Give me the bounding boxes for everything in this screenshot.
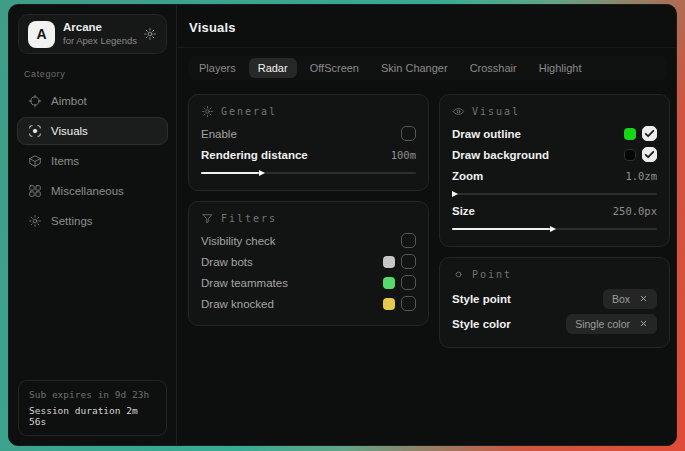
brand-card: A Arcane for Apex Legends <box>18 14 167 54</box>
style-color-label: Style color <box>452 318 511 330</box>
size-slider[interactable] <box>452 228 657 230</box>
zoom-row: Zoom 1.0zm <box>452 165 657 186</box>
main-panel: Visuals Players Radar OffScreen Skin Cha… <box>177 5 676 445</box>
size-label: Size <box>452 205 475 217</box>
sidebar-item-settings[interactable]: Settings <box>17 207 168 235</box>
draw-background-checkbox[interactable] <box>642 147 657 162</box>
draw-background-color-swatch[interactable] <box>624 149 636 161</box>
close-icon[interactable] <box>639 319 648 328</box>
sub-expires-text: Sub expires in 9d 23h <box>29 389 156 400</box>
rendering-distance-slider[interactable] <box>201 172 416 174</box>
enable-row: Enable <box>201 123 416 144</box>
tab-players[interactable]: Players <box>190 58 245 78</box>
point-card-header: Point <box>452 268 657 281</box>
style-color-value: Single color <box>575 318 630 330</box>
draw-knocked-row: Draw knocked <box>201 293 416 314</box>
sidebar-item-label: Aimbot <box>51 95 87 107</box>
eye-scan-icon <box>28 124 42 138</box>
sidebar-item-items[interactable]: Items <box>17 147 168 175</box>
close-icon[interactable] <box>639 294 648 303</box>
draw-outline-checkbox[interactable] <box>642 126 657 141</box>
dot-icon <box>452 268 465 281</box>
right-column: Visual Draw outline Draw background <box>439 94 670 348</box>
app-logo: A <box>28 21 55 48</box>
main-header: Visuals <box>177 5 676 48</box>
draw-bots-checkbox[interactable] <box>401 254 416 269</box>
filters-card: Filters Visibility check Draw bots <box>188 201 429 326</box>
visual-card-header: Visual <box>452 105 657 118</box>
content-area: General Enable Rendering distance 100m <box>177 80 676 360</box>
tab-skin-changer[interactable]: Skin Changer <box>372 58 457 78</box>
style-color-select[interactable]: Single color <box>566 314 657 334</box>
gear-icon <box>28 214 42 228</box>
sidebar-item-label: Settings <box>51 215 93 227</box>
style-point-select[interactable]: Box <box>603 289 657 309</box>
draw-outline-color-swatch[interactable] <box>624 128 636 140</box>
draw-bots-row: Draw bots <box>201 251 416 272</box>
category-label: Category <box>24 69 161 79</box>
crosshair-icon <box>28 94 42 108</box>
page-title: Visuals <box>189 20 660 35</box>
session-duration-text: Session duration 2m 56s <box>29 405 156 427</box>
draw-outline-label: Draw outline <box>452 128 521 140</box>
section-title: Point <box>472 269 512 280</box>
brand-text: Arcane for Apex Legends <box>63 21 135 47</box>
gear-icon[interactable] <box>143 27 157 41</box>
enable-checkbox[interactable] <box>401 126 416 141</box>
section-title: General <box>221 106 277 117</box>
sidebar-item-label: Items <box>51 155 79 167</box>
draw-bots-color-swatch[interactable] <box>383 256 395 268</box>
rendering-distance-label: Rendering distance <box>201 149 308 161</box>
visibility-check-row: Visibility check <box>201 230 416 251</box>
draw-bots-label: Draw bots <box>201 256 253 268</box>
point-card: Point Style point Box Style color <box>439 257 670 348</box>
sidebar-item-aimbot[interactable]: Aimbot <box>17 87 168 115</box>
draw-teammates-color-swatch[interactable] <box>383 277 395 289</box>
visibility-check-checkbox[interactable] <box>401 233 416 248</box>
sidebar-item-miscellaneous[interactable]: Miscellaneous <box>17 177 168 205</box>
app-subtitle: for Apex Legends <box>63 36 135 47</box>
visibility-check-label: Visibility check <box>201 235 276 247</box>
draw-knocked-checkbox[interactable] <box>401 296 416 311</box>
grid-icon <box>28 184 42 198</box>
sun-gear-icon <box>201 105 214 118</box>
sidebar-item-label: Miscellaneous <box>51 185 124 197</box>
slider-thumb[interactable] <box>550 226 556 232</box>
app-title: Arcane <box>63 21 135 34</box>
sidebar: A Arcane for Apex Legends Category Aimbo… <box>9 5 177 445</box>
tab-offscreen[interactable]: OffScreen <box>301 58 368 78</box>
funnel-icon <box>201 212 214 225</box>
zoom-value: 1.0zm <box>625 170 657 182</box>
sidebar-nav: Aimbot Visuals Items Miscellaneous <box>9 82 176 240</box>
draw-knocked-label: Draw knocked <box>201 298 274 310</box>
subscription-info-card: Sub expires in 9d 23h Session duration 2… <box>18 380 167 436</box>
draw-teammates-checkbox[interactable] <box>401 275 416 290</box>
general-card: General Enable Rendering distance 100m <box>188 94 429 191</box>
draw-background-row: Draw background <box>452 144 657 165</box>
rendering-distance-row: Rendering distance 100m <box>201 144 416 165</box>
visual-card: Visual Draw outline Draw background <box>439 94 670 247</box>
slider-fill <box>201 172 259 174</box>
eye-icon <box>452 105 465 118</box>
draw-knocked-color-swatch[interactable] <box>383 298 395 310</box>
section-title: Filters <box>221 213 277 224</box>
tab-crosshair[interactable]: Crosshair <box>461 58 526 78</box>
draw-teammates-row: Draw teammates <box>201 272 416 293</box>
sidebar-item-visuals[interactable]: Visuals <box>17 117 168 145</box>
draw-teammates-label: Draw teammates <box>201 277 288 289</box>
slider-thumb[interactable] <box>259 170 265 176</box>
slider-thumb[interactable] <box>452 191 458 197</box>
tab-highlight[interactable]: Highlight <box>530 58 591 78</box>
sidebar-item-label: Visuals <box>51 125 88 137</box>
zoom-label: Zoom <box>452 170 483 182</box>
enable-label: Enable <box>201 128 237 140</box>
draw-outline-row: Draw outline <box>452 123 657 144</box>
zoom-slider[interactable] <box>452 193 657 195</box>
general-card-header: General <box>201 105 416 118</box>
style-color-row: Style color Single color <box>452 311 657 336</box>
filters-card-header: Filters <box>201 212 416 225</box>
tab-bar: Players Radar OffScreen Skin Changer Cro… <box>188 56 667 80</box>
draw-background-label: Draw background <box>452 149 549 161</box>
tab-radar[interactable]: Radar <box>249 58 297 78</box>
app-window: A Arcane for Apex Legends Category Aimbo… <box>8 4 677 446</box>
